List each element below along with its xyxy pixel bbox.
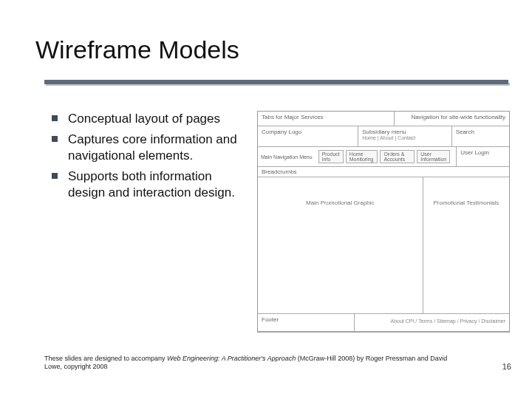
wf-tab: Product Info [318, 150, 344, 163]
wf-header-row: Company Logo Subsidiary menu Home | Abou… [258, 126, 509, 147]
wf-footer-links: About CPI / Terms / Sitemap / Privacy / … [355, 314, 509, 331]
attribution-prefix: These slides are designed to accompany [44, 355, 167, 362]
wf-tabs-services: Tabs for Major Services [258, 112, 395, 126]
wf-search: Search [452, 126, 509, 146]
wf-tab: Home Monitoring [346, 150, 378, 163]
slide: Wireframe Models Conceptual layout of pa… [0, 0, 532, 399]
page-number: 16 [502, 362, 511, 371]
wf-main-nav: Main Navigation Menu Product Info Home M… [258, 147, 457, 166]
attribution: These slides are designed to accompany W… [44, 355, 466, 372]
attribution-book: Web Engineering: A Practitioner's Approa… [167, 355, 296, 362]
wf-company-logo: Company Logo [258, 126, 358, 146]
wf-nav-tabs: Product Info Home Monitoring Orders & Ac… [316, 149, 454, 165]
wf-nav-label: Main Navigation Menu [261, 154, 313, 160]
wf-subsidiary-menu: Subsidiary menu Home | About | Contact [358, 126, 452, 146]
wf-main-area: Main Promotional Graphic Promotional Tes… [258, 177, 509, 314]
wf-tab: User Information [417, 150, 450, 163]
wf-nav-row: Main Navigation Menu Product Info Home M… [258, 147, 509, 167]
wf-main-graphic: Main Promotional Graphic [258, 177, 423, 313]
slide-title: Wireframe Models [35, 35, 502, 64]
bullet-item: Supports both information design and int… [52, 168, 244, 201]
wf-sub-menu-items: Home | About | Contact [362, 135, 448, 141]
bullet-item: Captures core information and navigation… [52, 132, 244, 164]
wf-breadcrumbs: Breadcrumbs [258, 167, 509, 177]
bullet-list: Conceptual layout of pages Captures core… [52, 111, 244, 332]
wf-user-login: User Login [457, 147, 509, 166]
wf-footer: Footer [258, 314, 355, 331]
wf-top-row: Tabs for Major Services Navigation for s… [258, 112, 509, 126]
wireframe-diagram: Tabs for Major Services Navigation for s… [257, 111, 510, 332]
wf-footer-row: Footer About CPI / Terms / Sitemap / Pri… [258, 314, 509, 332]
slide-body: Conceptual layout of pages Captures core… [52, 111, 510, 332]
wf-testimonials: Promotional Testimonials [423, 177, 509, 313]
wf-sub-menu-label: Subsidiary menu [362, 129, 448, 135]
bullet-item: Conceptual layout of pages [52, 111, 244, 127]
wf-nav-sitewide: Navigation for site-wide functionality [395, 112, 509, 126]
title-underline [44, 80, 508, 84]
wf-tab: Orders & Accounts [380, 150, 415, 163]
